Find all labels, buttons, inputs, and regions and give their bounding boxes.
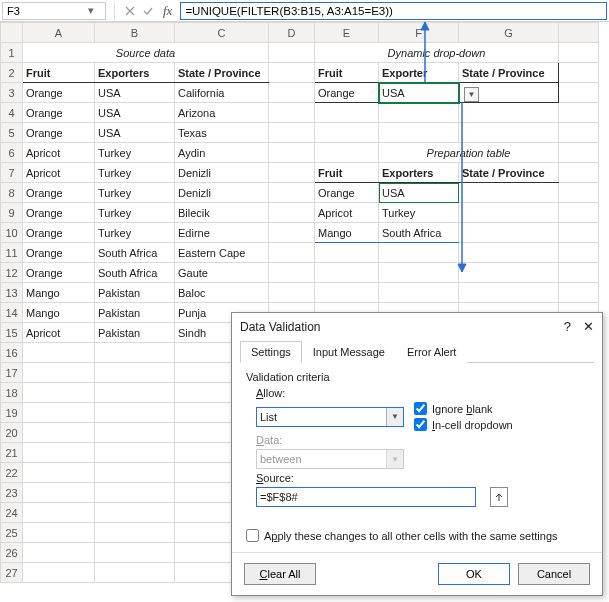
row-header[interactable]: 3 (1, 83, 23, 103)
cell[interactable]: Eastern Cape (175, 243, 269, 263)
row-header[interactable]: 1 (1, 43, 23, 63)
source-input[interactable]: =$F$8# (256, 487, 476, 507)
row-header[interactable]: 19 (1, 403, 23, 423)
cell[interactable]: Mango (23, 283, 95, 303)
apply-all-checkbox[interactable] (246, 529, 259, 542)
allow-select[interactable]: List ▼ (256, 407, 404, 427)
name-box-input[interactable] (3, 5, 83, 17)
cell[interactable]: Orange (23, 203, 95, 223)
cell[interactable]: USA (95, 123, 175, 143)
cell[interactable]: Mango (315, 223, 379, 243)
row-header[interactable]: 5 (1, 123, 23, 143)
cell[interactable]: Bilecik (175, 203, 269, 223)
row-header[interactable]: 4 (1, 103, 23, 123)
cell[interactable]: Baloc (175, 283, 269, 303)
clear-all-button[interactable]: Clear All (244, 563, 316, 585)
cell[interactable]: South Africa (95, 263, 175, 283)
cell[interactable]: Denizli (175, 183, 269, 203)
cell[interactable]: Edirne (175, 223, 269, 243)
cell[interactable]: USA (95, 103, 175, 123)
cell-F3-selected[interactable]: USA (379, 83, 459, 103)
cell[interactable]: USA (95, 83, 175, 103)
cell[interactable]: Turkey (95, 163, 175, 183)
row-header[interactable]: 17 (1, 363, 23, 383)
cell[interactable]: Pakistan (95, 303, 175, 323)
cancel-icon[interactable] (123, 4, 137, 18)
dialog-titlebar[interactable]: Data Validation ? ✕ (232, 313, 602, 340)
row-header[interactable]: 13 (1, 283, 23, 303)
enter-icon[interactable] (141, 4, 155, 18)
row-header[interactable]: 18 (1, 383, 23, 403)
cell[interactable]: Apricot (23, 163, 95, 183)
row-header[interactable]: 27 (1, 563, 23, 583)
row-header[interactable]: 12 (1, 263, 23, 283)
select-all-corner[interactable] (1, 23, 23, 43)
tab-input-message[interactable]: Input Message (302, 341, 396, 363)
cell-dyn-fruit[interactable]: Orange (315, 83, 379, 103)
cell[interactable]: Pakistan (95, 323, 175, 343)
cell[interactable]: Mango (23, 303, 95, 323)
cell[interactable] (459, 183, 559, 203)
ok-button[interactable]: OK (438, 563, 510, 585)
row-header[interactable]: 10 (1, 223, 23, 243)
cell[interactable]: Orange (23, 263, 95, 283)
chevron-down-icon[interactable]: ▼ (386, 408, 403, 426)
dropdown-button-icon[interactable]: ▼ (464, 87, 479, 102)
cell[interactable]: Turkey (95, 143, 175, 163)
cell[interactable]: Apricot (315, 203, 379, 223)
col-header-G[interactable]: G (459, 23, 559, 43)
row-header[interactable]: 24 (1, 503, 23, 523)
cell[interactable]: Apricot (23, 143, 95, 163)
row-header[interactable]: 20 (1, 423, 23, 443)
cell[interactable]: Orange (23, 183, 95, 203)
col-header-A[interactable]: A (23, 23, 95, 43)
cell[interactable]: Orange (23, 103, 95, 123)
row-header[interactable]: 23 (1, 483, 23, 503)
cell[interactable]: Orange (23, 123, 95, 143)
row-header[interactable]: 15 (1, 323, 23, 343)
cell[interactable]: Texas (175, 123, 269, 143)
cell[interactable]: Gaute (175, 263, 269, 283)
row-header[interactable]: 7 (1, 163, 23, 183)
row-header[interactable]: 2 (1, 63, 23, 83)
cell[interactable]: Turkey (379, 203, 459, 223)
row-header[interactable]: 14 (1, 303, 23, 323)
row-header[interactable]: 11 (1, 243, 23, 263)
col-header-E[interactable]: E (315, 23, 379, 43)
close-icon[interactable]: ✕ (583, 319, 594, 334)
col-header-B[interactable]: B (95, 23, 175, 43)
tab-error-alert[interactable]: Error Alert (396, 341, 468, 363)
cancel-button[interactable]: Cancel (518, 563, 590, 585)
cell[interactable]: Orange (23, 83, 95, 103)
cell[interactable] (459, 223, 559, 243)
fx-icon[interactable]: fx (159, 3, 176, 19)
row-header[interactable]: 9 (1, 203, 23, 223)
cell[interactable]: Turkey (95, 203, 175, 223)
row-header[interactable]: 22 (1, 463, 23, 483)
cell[interactable]: Turkey (95, 183, 175, 203)
name-box[interactable]: ▾ (2, 2, 106, 20)
col-header-F[interactable]: F (379, 23, 459, 43)
row-header[interactable]: 26 (1, 543, 23, 563)
cell-F8[interactable]: USA (379, 183, 459, 203)
row-header[interactable]: 21 (1, 443, 23, 463)
incell-dropdown-checkbox[interactable] (414, 418, 427, 431)
cell[interactable]: Orange (23, 243, 95, 263)
cell[interactable]: Aydin (175, 143, 269, 163)
tab-settings[interactable]: Settings (240, 341, 302, 363)
col-header-C[interactable]: C (175, 23, 269, 43)
row-header[interactable]: 25 (1, 523, 23, 543)
range-collapse-icon[interactable] (490, 487, 508, 507)
row-header[interactable]: 8 (1, 183, 23, 203)
cell[interactable]: Arizona (175, 103, 269, 123)
ignore-blank-checkbox[interactable] (414, 402, 427, 415)
cell[interactable]: Denizli (175, 163, 269, 183)
row-header[interactable]: 6 (1, 143, 23, 163)
row-header[interactable]: 16 (1, 343, 23, 363)
name-box-dropdown[interactable]: ▾ (83, 4, 99, 17)
formula-input[interactable] (180, 2, 607, 20)
cell[interactable]: Pakistan (95, 283, 175, 303)
cell[interactable]: Turkey (95, 223, 175, 243)
help-icon[interactable]: ? (564, 319, 571, 334)
col-header-extra[interactable] (559, 23, 599, 43)
